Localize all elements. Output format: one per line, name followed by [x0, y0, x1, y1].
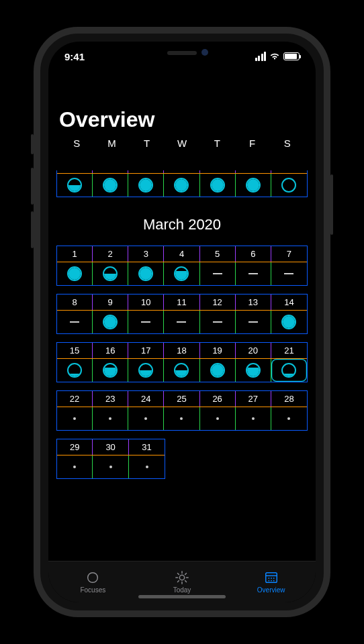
- week-group-prev: [56, 170, 308, 197]
- day-number[interactable]: 15: [57, 343, 93, 358]
- mute-switch: [31, 134, 34, 154]
- week-group: 15161718192021: [56, 342, 308, 382]
- day-number[interactable]: 28: [271, 391, 307, 407]
- day-indicator[interactable]: [93, 407, 128, 430]
- day-number[interactable]: 18: [164, 343, 199, 358]
- day-indicator[interactable]: [57, 262, 93, 285]
- day-indicator[interactable]: [164, 407, 199, 430]
- day-number[interactable]: 21: [271, 343, 307, 358]
- day-number[interactable]: [200, 170, 236, 173]
- day-number[interactable]: 9: [93, 294, 128, 310]
- day-number[interactable]: [57, 170, 93, 173]
- day-number[interactable]: 31: [129, 439, 165, 455]
- day-indicator[interactable]: [271, 174, 307, 197]
- day-number[interactable]: 26: [200, 391, 236, 407]
- day-number[interactable]: [93, 170, 128, 173]
- day-number[interactable]: 29: [57, 439, 93, 455]
- day-indicator[interactable]: [93, 174, 128, 197]
- day-indicator[interactable]: [128, 262, 164, 285]
- home-indicator[interactable]: [138, 595, 226, 598]
- tab-label: Today: [173, 586, 191, 594]
- day-number[interactable]: 16: [93, 343, 128, 358]
- day-indicator[interactable]: [271, 262, 307, 285]
- day-number[interactable]: 6: [236, 246, 271, 262]
- dash-icon: [70, 321, 79, 323]
- day-number[interactable]: 7: [271, 246, 307, 262]
- day-indicator[interactable]: [93, 262, 128, 285]
- tab-focuses[interactable]: Focuses: [48, 561, 138, 602]
- day-indicator[interactable]: [200, 359, 236, 382]
- day-number[interactable]: 24: [128, 391, 164, 407]
- day-indicator[interactable]: [200, 174, 236, 197]
- weekday-header: S M T W T F S: [56, 138, 308, 152]
- tab-label: Overview: [257, 586, 285, 594]
- progress-circle-icon: [103, 178, 118, 193]
- day-indicator[interactable]: [128, 359, 164, 382]
- day-indicator[interactable]: [200, 311, 236, 333]
- day-indicator[interactable]: [164, 174, 199, 197]
- dot-icon: [252, 417, 255, 420]
- day-number[interactable]: 13: [236, 294, 271, 310]
- day-number[interactable]: [128, 170, 164, 173]
- day-indicator[interactable]: [57, 359, 93, 382]
- dash-icon: [213, 321, 222, 323]
- day-indicator[interactable]: [236, 262, 271, 285]
- day-indicator[interactable]: [57, 311, 93, 333]
- day-number[interactable]: [236, 170, 271, 173]
- dot-icon: [287, 417, 290, 420]
- day-indicator[interactable]: [93, 311, 128, 333]
- day-indicator[interactable]: [128, 311, 164, 333]
- day-indicator[interactable]: [57, 174, 93, 197]
- progress-circle-icon: [67, 363, 82, 378]
- week-group: 22232425262728: [56, 390, 308, 431]
- day-number[interactable]: 10: [128, 294, 164, 310]
- day-number[interactable]: 14: [271, 294, 307, 310]
- day-indicator[interactable]: [236, 311, 271, 333]
- day-indicator[interactable]: [57, 455, 93, 478]
- day-number[interactable]: 20: [236, 343, 271, 358]
- day-number[interactable]: 22: [57, 391, 93, 407]
- day-indicator[interactable]: [236, 174, 271, 197]
- day-number[interactable]: 4: [164, 246, 199, 262]
- tab-overview[interactable]: Overview: [226, 561, 316, 602]
- day-indicator[interactable]: [164, 359, 199, 382]
- day-number[interactable]: 5: [200, 246, 236, 262]
- day-indicator[interactable]: [271, 407, 307, 430]
- dot-icon: [216, 417, 219, 420]
- calendar-scroll[interactable]: March 2020 12345678910111213141516171819…: [56, 170, 308, 561]
- day-number[interactable]: 27: [236, 391, 271, 407]
- day-number[interactable]: 23: [93, 391, 128, 407]
- wifi-icon: [269, 52, 280, 60]
- day-number[interactable]: 12: [200, 294, 236, 310]
- sun-icon: [175, 570, 189, 585]
- day-indicator[interactable]: [236, 407, 271, 430]
- day-number[interactable]: 19: [200, 343, 236, 358]
- day-indicator[interactable]: [200, 262, 236, 285]
- weekday-label: S: [59, 138, 94, 149]
- day-indicator[interactable]: [236, 359, 271, 382]
- day-indicator[interactable]: [128, 407, 164, 430]
- day-number[interactable]: 11: [164, 294, 199, 310]
- day-number[interactable]: 30: [93, 439, 128, 455]
- day-indicator[interactable]: [271, 311, 307, 333]
- day-number[interactable]: 2: [93, 246, 128, 262]
- day-number[interactable]: 1: [57, 246, 93, 262]
- svg-line-6: [177, 573, 179, 574]
- day-indicator[interactable]: [271, 359, 307, 382]
- day-number[interactable]: 3: [128, 246, 164, 262]
- day-indicator[interactable]: [57, 407, 93, 430]
- volume-up: [31, 168, 34, 205]
- day-number[interactable]: 8: [57, 294, 93, 310]
- day-indicator[interactable]: [129, 455, 165, 478]
- day-indicator[interactable]: [93, 455, 128, 478]
- dash-icon: [248, 321, 258, 323]
- day-indicator[interactable]: [200, 407, 236, 430]
- day-number[interactable]: 17: [128, 343, 164, 358]
- day-indicator[interactable]: [93, 359, 128, 382]
- day-indicator[interactable]: [128, 174, 164, 197]
- day-number[interactable]: [271, 170, 307, 173]
- day-indicator[interactable]: [164, 262, 199, 285]
- day-number[interactable]: 25: [164, 391, 199, 407]
- day-indicator[interactable]: [164, 311, 199, 333]
- day-number[interactable]: [164, 170, 199, 173]
